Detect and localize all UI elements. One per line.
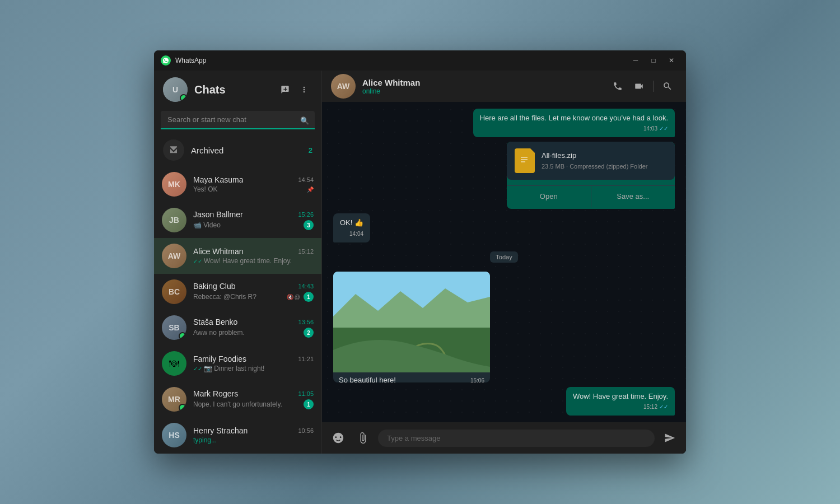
file-message: All-files.zip 23.5 MB · Compressed (zipp…: [507, 142, 675, 209]
message-sent-2: Wow! Have great time. Enjoy. 15:12 ✓✓: [566, 387, 675, 416]
chat-info-alice: Alice Whitman 15:12 ✓✓ Wow! Have great t…: [193, 247, 314, 265]
avatar-stasa: SB: [162, 315, 186, 340]
input-area: [322, 422, 686, 454]
chat-item-maya[interactable]: MK Maya Kasuma 14:54 Yes! OK 📌: [154, 166, 321, 202]
sidebar: U Chats: [154, 71, 322, 454]
chat-time-mark: 11:05: [298, 390, 314, 397]
search-chat-button[interactable]: [658, 77, 677, 96]
search-input[interactable]: [161, 111, 315, 129]
chat-time-baking: 14:43: [298, 283, 314, 290]
archived-row[interactable]: Archived 2: [154, 134, 321, 166]
avatar-baking: BC: [162, 279, 186, 304]
chat-time-alice: 15:12: [298, 248, 314, 255]
file-icon: [515, 148, 535, 173]
save-as-button[interactable]: Save as...: [591, 186, 675, 207]
avatar-maya: MK: [162, 172, 186, 197]
chat-list: MK Maya Kasuma 14:54 Yes! OK 📌: [154, 166, 321, 454]
chat-name-stasa: Staša Benko: [193, 318, 237, 326]
chat-info-maya: Maya Kasuma 14:54 Yes! OK 📌: [193, 175, 314, 193]
chat-header: AW Alice Whitman online: [322, 71, 686, 102]
avatar-alice: AW: [162, 244, 186, 268]
chat-header-info: Alice Whitman online: [362, 78, 601, 95]
video-call-button[interactable]: [629, 77, 648, 96]
chat-preview-alice: Wow! Have great time. Enjoy.: [204, 257, 314, 265]
chat-name-henry: Henry Strachan: [193, 426, 248, 435]
chat-item-henry[interactable]: HS Henry Strachan 10:56 typing...: [154, 417, 321, 453]
chat-item-jason[interactable]: JB Jason Ballmer 15:26 📹 Video 3: [154, 202, 321, 238]
check-icon-alice: ✓✓: [193, 258, 202, 264]
send-button[interactable]: [660, 428, 679, 447]
msg-time-1: 14:03: [643, 125, 657, 133]
voice-call-button[interactable]: [608, 77, 627, 96]
chat-time-jason: 15:26: [298, 211, 314, 218]
sidebar-title: Chats: [194, 83, 270, 96]
svg-rect-3: [521, 161, 525, 162]
attach-button[interactable]: [353, 428, 372, 447]
image-message: So beautiful here! 15:06 ❤️: [333, 272, 490, 382]
chat-time-henry: 10:56: [298, 427, 314, 434]
new-chat-button[interactable]: [277, 81, 293, 98]
chat-item-alice[interactable]: AW Alice Whitman 15:12 ✓✓ Wow! Have grea…: [154, 238, 321, 274]
emoji-button[interactable]: [329, 428, 348, 447]
chat-item-stasa[interactable]: SB Staša Benko 13:56 Aww no problem. 2: [154, 310, 321, 346]
chat-contact-avatar[interactable]: AW: [331, 74, 356, 99]
title-bar: WhatsApp ─ □ ✕: [154, 50, 686, 71]
app-body: U Chats: [154, 71, 686, 454]
chat-preview-jason: 📹 Video: [193, 221, 301, 229]
ok-msg-container: OK! 👍 14:04: [333, 213, 675, 242]
file-attachment: All-files.zip 23.5 MB · Compressed (zipp…: [507, 142, 675, 180]
chat-preview-stasa: Aww no problem.: [193, 329, 301, 337]
app-window: WhatsApp ─ □ ✕ U Chats: [154, 50, 686, 454]
file-actions: Open Save as...: [507, 185, 675, 207]
msg-time-2: 15:12: [643, 403, 657, 411]
msg-check-2: ✓✓: [659, 403, 668, 411]
current-user-avatar[interactable]: U: [163, 77, 188, 102]
chat-item-dawn[interactable]: DJ Dawn Jones 8:32: [154, 453, 321, 454]
ok-time: 14:04: [349, 230, 363, 238]
unread-badge-jason: 3: [304, 220, 314, 230]
close-button[interactable]: ✕: [664, 53, 679, 68]
minimize-button[interactable]: ─: [628, 53, 643, 68]
avatar-family: 🍽: [162, 351, 186, 376]
date-separator: Today: [333, 251, 675, 263]
contact-status: online: [362, 87, 601, 95]
header-actions: [608, 77, 677, 96]
chat-info-baking: Baking Club 14:43 Rebecca: @Chris R? 🔇 @…: [193, 282, 314, 302]
chat-info-family: Family Foodies 11:21 ✓✓ 📷 Dinner last ni…: [193, 354, 314, 372]
message-text-2: Wow! Have great time. Enjoy.: [573, 392, 668, 400]
message-received-ok: OK! 👍 14:04: [333, 213, 370, 242]
unread-badge-stasa: 2: [304, 328, 314, 338]
file-name: All-files.zip: [542, 151, 667, 161]
chat-name-baking: Baking Club: [193, 282, 236, 291]
message-sent-1: Here are all the files. Let me know once…: [473, 109, 675, 137]
maximize-button[interactable]: □: [646, 53, 661, 68]
chat-item-mark[interactable]: MR Mark Rogers 11:05 Nope. I can't go un…: [154, 381, 321, 417]
chat-time-family: 11:21: [298, 356, 314, 362]
open-file-button[interactable]: Open: [507, 186, 591, 207]
chat-time-stasa: 13:56: [298, 319, 314, 325]
chat-name-mark: Mark Rogers: [193, 389, 238, 398]
unread-badge-baking: 1: [304, 292, 314, 302]
chat-preview-henry: typing...: [193, 436, 314, 444]
app-logo: [161, 55, 171, 66]
messages-area: Here are all the files. Let me know once…: [322, 102, 686, 422]
chat-name-family: Family Foodies: [193, 354, 246, 363]
chat-name-jason: Jason Ballmer: [193, 210, 243, 219]
message-input[interactable]: [378, 430, 655, 447]
more-options-button[interactable]: [296, 81, 312, 98]
chat-name-maya: Maya Kasuma: [193, 175, 243, 184]
archived-icon: [163, 139, 184, 161]
chat-info-jason: Jason Ballmer 15:26 📹 Video 3: [193, 210, 314, 230]
image-container: [333, 272, 490, 372]
chat-preview-family: 📷 Dinner last night!: [204, 365, 314, 372]
check-icon-family: ✓✓: [193, 366, 202, 372]
chat-info-stasa: Staša Benko 13:56 Aww no problem. 2: [193, 318, 314, 338]
avatar-jason: JB: [162, 208, 186, 232]
image-caption: So beautiful here!: [339, 376, 396, 382]
chat-item-baking[interactable]: BC Baking Club 14:43 Rebecca: @Chris R? …: [154, 274, 321, 310]
svg-rect-1: [521, 157, 528, 158]
chat-item-family[interactable]: 🍽 Family Foodies 11:21 ✓✓ 📷 Dinner last …: [154, 346, 321, 381]
file-meta: 23.5 MB · Compressed (zipped) Folder: [542, 162, 667, 171]
avatar-henry: HS: [162, 423, 186, 447]
contact-name: Alice Whitman: [362, 78, 601, 87]
